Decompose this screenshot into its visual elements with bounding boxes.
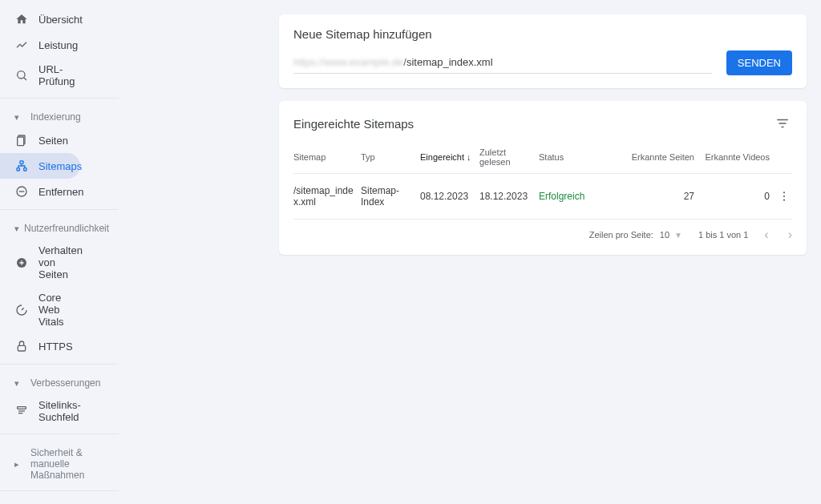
lock-icon <box>14 339 29 353</box>
col-submitted[interactable]: Eingereicht ↓ <box>420 152 476 162</box>
next-page-icon[interactable]: › <box>788 228 792 242</box>
add-sitemap-title: Neue Sitemap hinzufügen <box>293 27 792 41</box>
table-row[interactable]: /sitemap_index.xml Sitemap-Index 08.12.2… <box>293 174 792 220</box>
section-label: Indexierung <box>30 111 109 123</box>
arrow-down-icon: ↓ <box>467 152 471 162</box>
plus-circle-icon <box>14 256 29 270</box>
nav-label: Verhalten von Seiten <box>38 244 83 280</box>
col-lastread: Zuletzt gelesen <box>479 147 536 167</box>
search-icon <box>14 68 29 83</box>
col-videos: Erkannte Videos <box>698 152 770 162</box>
col-status: Status <box>539 152 611 162</box>
submit-button[interactable]: SENDEN <box>726 50 792 75</box>
pages-icon <box>14 133 29 147</box>
nav-label: Leistung <box>38 39 78 51</box>
performance-icon <box>14 38 29 52</box>
col-sitemap: Sitemap <box>293 152 358 162</box>
submitted-sitemaps-card: Eingereichte Sitemaps Sitemap Typ Einger… <box>279 101 807 255</box>
section-ux[interactable]: ▾ Nutzerfreundlichkeit <box>0 215 119 239</box>
svg-rect-6 <box>24 168 26 171</box>
nav-page-experience[interactable]: Verhalten von Seiten <box>0 239 80 286</box>
submitted-title: Eingereichte Sitemaps <box>293 117 414 131</box>
sitemap-url-input-wrap: https://www.example.de / <box>293 53 712 74</box>
svg-line-10 <box>22 308 24 310</box>
add-sitemap-card: Neue Sitemap hinzufügen https://www.exam… <box>279 14 807 88</box>
nav-label: Sitelinks-Suchfeld <box>38 399 81 423</box>
nav-url-check[interactable]: URL-Prüfung <box>0 58 80 93</box>
section-label: Nutzerfreundlichkeit <box>24 223 109 234</box>
section-improve[interactable]: ▾ Verbesserungen <box>0 369 119 393</box>
chevron-down-icon: ▾ <box>14 224 19 234</box>
nav-pages[interactable]: Seiten <box>0 127 80 153</box>
cell-pages: 27 <box>614 191 694 202</box>
chevron-down-icon: ▾ <box>14 378 26 389</box>
nav-label: Seiten <box>38 135 68 147</box>
svg-point-25 <box>783 192 785 193</box>
page-range: 1 bis 1 von 1 <box>698 230 748 240</box>
chevron-down-icon: ▾ <box>14 112 26 123</box>
svg-rect-3 <box>18 137 24 146</box>
row-more-icon[interactable] <box>776 188 792 204</box>
sitelinks-icon <box>14 404 29 418</box>
col-type: Typ <box>361 152 417 162</box>
sidebar: Übersicht Leistung URL-Prüfung ▾ Indexie… <box>0 0 119 504</box>
nav-label: Sitemaps <box>38 160 82 172</box>
nav-sitelinks[interactable]: Sitelinks-Suchfeld <box>0 393 80 429</box>
cell-status: Erfolgreich <box>539 191 611 202</box>
url-prefix: https://www.example.de <box>293 56 403 68</box>
nav-performance[interactable]: Leistung <box>0 32 80 58</box>
section-indexing[interactable]: ▾ Indexierung <box>0 103 119 127</box>
nav-https[interactable]: HTTPS <box>0 333 80 359</box>
svg-rect-5 <box>17 168 19 171</box>
sitemaps-icon <box>14 159 29 173</box>
nav-label: Core Web Vitals <box>38 292 71 328</box>
svg-line-1 <box>24 78 26 80</box>
chevron-right-icon: ▸ <box>14 459 26 470</box>
rows-per-page-select[interactable]: 10 ▼ <box>660 230 682 240</box>
nav-label: Übersicht <box>38 14 83 26</box>
filter-icon[interactable] <box>773 114 792 133</box>
svg-rect-4 <box>20 161 23 163</box>
remove-icon <box>14 184 29 199</box>
cell-lastread: 18.12.2023 <box>479 191 536 202</box>
svg-point-0 <box>18 71 25 79</box>
nav-remove[interactable]: Entfernen <box>0 179 80 204</box>
pager: Zeilen pro Seite: 10 ▼ 1 bis 1 von 1 ‹ › <box>293 220 792 242</box>
prev-page-icon[interactable]: ‹ <box>764 228 768 242</box>
main-content: Neue Sitemap hinzufügen https://www.exam… <box>119 0 821 504</box>
section-legacy[interactable]: ▸ Vorherige Tools und Berichte <box>0 496 119 504</box>
cell-type: Sitemap-Index <box>361 185 417 208</box>
svg-point-26 <box>783 196 785 197</box>
sitemap-url-input[interactable] <box>406 53 712 71</box>
nav-label: URL-Prüfung <box>38 63 75 87</box>
section-label: Verbesserungen <box>30 377 109 389</box>
nav-overview[interactable]: Übersicht <box>0 6 80 32</box>
nav-label: Entfernen <box>38 186 83 198</box>
cell-sitemap: /sitemap_index.xml <box>293 185 358 208</box>
section-label: Sicherheit & manuelle Maßnahmen <box>30 447 109 481</box>
cell-videos: 0 <box>698 191 770 202</box>
nav-cwv[interactable]: Core Web Vitals <box>0 286 80 333</box>
cell-submitted: 08.12.2023 <box>420 191 476 202</box>
speed-icon <box>14 303 29 317</box>
col-pages: Erkannte Seiten <box>614 152 694 162</box>
nav-sitemaps[interactable]: Sitemaps <box>0 153 80 179</box>
chevron-down-icon: ▼ <box>674 231 682 240</box>
section-security[interactable]: ▸ Sicherheit & manuelle Maßnahmen <box>0 439 119 486</box>
rows-per-page-label: Zeilen pro Seite: <box>589 230 653 240</box>
svg-rect-12 <box>18 407 26 409</box>
svg-point-27 <box>783 200 785 201</box>
svg-rect-11 <box>18 345 25 351</box>
table-header-row: Sitemap Typ Eingereicht ↓ Zuletzt gelese… <box>293 141 792 174</box>
nav-label: HTTPS <box>38 341 73 353</box>
home-icon <box>14 12 29 26</box>
